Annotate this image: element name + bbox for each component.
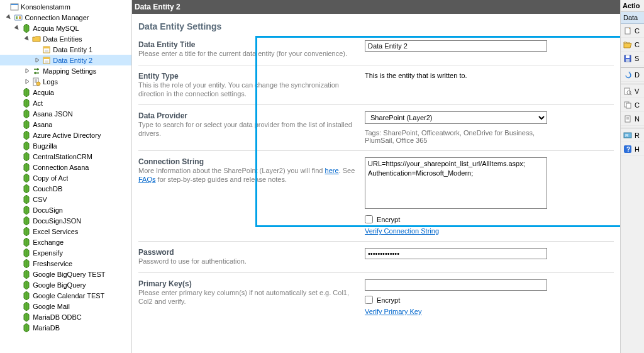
action-save[interactable]: S [621, 52, 644, 65]
tree-node-freshservice[interactable]: Freshservice [0, 258, 131, 269]
tree-label: Google Mail [33, 303, 70, 310]
action-help[interactable]: ?H [621, 142, 644, 156]
db-icon [22, 88, 31, 97]
tree-root[interactable]: Konsolenstamm [0, 1, 131, 12]
tree-node-data-entity-1[interactable]: Data Entity 1 [0, 44, 131, 55]
db-icon [22, 259, 31, 268]
tree-connection-manager[interactable]: Connection Manager [0, 12, 131, 23]
db-icon [22, 195, 31, 204]
expand-icon[interactable] [24, 78, 31, 85]
settings-heading: Data Entity Settings [138, 21, 614, 31]
tree-node-data-entities[interactable]: Data Entities [0, 33, 131, 44]
entitytype-value: This is the entity that is written to. [365, 72, 610, 79]
db-icon [22, 24, 31, 33]
tree-node-google-mail[interactable]: Google Mail [0, 301, 131, 311]
action-label: C [635, 41, 640, 48]
expand-icon[interactable] [34, 57, 41, 64]
tree-label: Acquia MySQL [33, 25, 79, 32]
tree-node-asana-json[interactable]: Asana JSON [0, 108, 131, 119]
tree-node-copy-of-act[interactable]: Copy of Act [0, 172, 131, 183]
connstr-encrypt-label: Encrypt [377, 216, 400, 223]
entity-icon [42, 45, 51, 54]
tree-node-acquia-mysql[interactable]: Acquia MySQL [0, 23, 131, 33]
action-label: D [635, 71, 640, 79]
connstr-textarea[interactable]: URL=https://your_sharepoint_list_url/All… [365, 157, 547, 209]
action-new[interactable]: C [621, 24, 644, 38]
title-input[interactable] [365, 40, 547, 52]
tree-node-csv[interactable]: CSV [0, 194, 131, 205]
entitytype-label: Entity Type [138, 72, 358, 81]
tree-node-google-calendar-test[interactable]: Google Calendar TEST [0, 290, 131, 301]
action-doc[interactable]: N [621, 112, 644, 126]
actions-panel: Actio Data CCSDVCNRR?H [620, 0, 644, 353]
db-icon [22, 238, 31, 247]
tree-label: Asana [33, 121, 52, 128]
title-label: Data Entity Title [138, 40, 358, 49]
primarykey-encrypt-checkbox[interactable] [365, 296, 373, 304]
copy-icon [623, 101, 632, 109]
tree-label: Azure Active Directory [33, 132, 101, 139]
tree-label: Connection Asana [33, 164, 89, 171]
tree-node-exchange[interactable]: Exchange [0, 237, 131, 247]
db-icon [22, 109, 31, 118]
tree-node-mapping-settings[interactable]: Mapping Settings [0, 65, 131, 76]
actions-tab[interactable]: Data [621, 12, 644, 24]
svg-line-29 [630, 94, 631, 95]
collapse-icon[interactable] [14, 25, 21, 31]
tree-node-mariadb[interactable]: MariaDB [0, 322, 131, 333]
action-refresh[interactable]: RR [621, 128, 644, 142]
verify-connstr-link[interactable]: Verify Connection String [365, 227, 439, 235]
svg-marker-26 [628, 72, 631, 73]
verify-primarykey-link[interactable]: Verify Primary Key [365, 308, 421, 315]
db-icon [22, 323, 31, 332]
tree-node-data-entity-2[interactable]: Data Entity 2 [0, 55, 131, 65]
cm-icon [14, 13, 23, 22]
connstr-label: Connection String [138, 157, 358, 166]
tree-node-asana[interactable]: Asana [0, 119, 131, 130]
tree-node-google-bigquery[interactable]: Google BigQuery [0, 279, 131, 290]
tree-node-centralstationcrm[interactable]: CentralStationCRM [0, 151, 131, 162]
collapse-icon[interactable] [6, 14, 13, 21]
tree-node-google-bigquery-test[interactable]: Google BigQuery TEST [0, 269, 131, 279]
folder-icon [32, 35, 41, 43]
primarykey-desc: Please enter primary key column(s) if no… [138, 289, 358, 306]
connstr-here-link[interactable]: here [325, 167, 339, 174]
title-desc: Please enter a title for the current dat… [138, 50, 358, 59]
action-view[interactable]: V [621, 84, 644, 98]
tree-node-connection-asana[interactable]: Connection Asana [0, 162, 131, 172]
tree-label: MariaDB ODBC [33, 313, 82, 321]
tree-node-acquia[interactable]: Acquia [0, 87, 131, 98]
action-undo[interactable]: D [621, 68, 644, 82]
tree-label: Google BigQuery [33, 281, 86, 289]
tree-label: Copy of Act [33, 174, 68, 182]
connstr-faq-link[interactable]: FAQs [138, 176, 156, 183]
password-input[interactable] [365, 248, 547, 259]
collapse-icon[interactable] [24, 35, 31, 42]
tree-node-bugzilla[interactable]: Bugzilla [0, 140, 131, 151]
expand-icon[interactable] [24, 67, 31, 74]
db-icon [22, 227, 31, 236]
section-title: Data Entity Title Please enter a title f… [138, 38, 614, 65]
connstr-encrypt-checkbox[interactable] [365, 215, 373, 223]
tree-node-logs[interactable]: Logs [0, 76, 131, 87]
tree-node-expensify[interactable]: Expensify [0, 247, 131, 258]
tree-node-mariadb-odbc[interactable]: MariaDB ODBC [0, 311, 131, 322]
dataprovider-select[interactable]: SharePoint (Layer2) [365, 111, 547, 124]
tree-node-azure-active-directory[interactable]: Azure Active Directory [0, 130, 131, 140]
action-open[interactable]: C [621, 38, 644, 52]
tree-label: Act [33, 99, 43, 107]
entitytype-desc: This is the role of your entity. You can… [138, 81, 358, 99]
tree-node-docusign[interactable]: DocuSign [0, 205, 131, 215]
tree-node-excel-services[interactable]: Excel Services [0, 226, 131, 237]
primarykey-input[interactable] [365, 279, 547, 291]
doc-icon [623, 115, 632, 123]
tree-node-couchdb[interactable]: CouchDB [0, 183, 131, 194]
svg-text:?: ? [626, 146, 630, 153]
dataprovider-tags: Tags: SharePoint, Officeatwork, OneDrive… [365, 129, 547, 144]
mapping-icon [32, 67, 41, 76]
tree-node-act[interactable]: Act [0, 98, 131, 108]
password-desc: Password to use for authentication. [138, 257, 358, 266]
tree-panel: KonsolenstammConnection ManagerAcquia My… [0, 0, 132, 353]
action-copy[interactable]: C [621, 98, 644, 112]
tree-node-docusignjson[interactable]: DocuSignJSON [0, 215, 131, 226]
